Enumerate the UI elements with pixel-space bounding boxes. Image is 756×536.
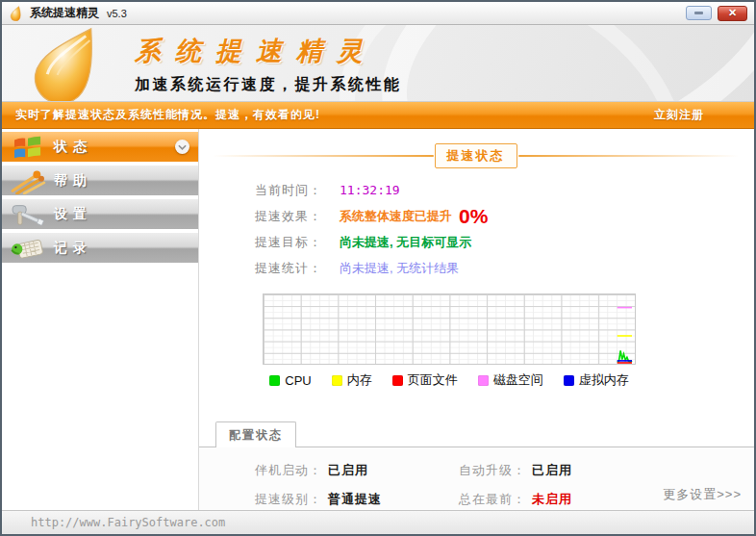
header-line-left xyxy=(213,155,434,157)
speedup-effect-label: 提速效果： xyxy=(255,208,340,225)
app-slogan: 加速系统运行速度，提升系统性能 xyxy=(135,75,402,95)
legend-swatch xyxy=(332,375,342,386)
tools-icon xyxy=(2,201,54,228)
status-info: 当前时间： 11:32:19 提速效果： 系统整体速度已提升 0% 提速目标： … xyxy=(255,177,754,281)
notice-message: 实时了解提速状态及系统性能情况。提速，有效看的见! xyxy=(15,107,320,123)
sidebar-item-settings[interactable]: 设置 xyxy=(2,199,198,229)
window-version: v5.3 xyxy=(107,8,127,19)
legend-label: CPU xyxy=(285,373,311,388)
current-time-value: 11:32:19 xyxy=(340,183,400,197)
startup-label: 伴机启动： xyxy=(255,462,322,479)
speedup-percent-value: 0% xyxy=(459,205,488,228)
config-tabs-row: 配置状态 xyxy=(199,421,754,447)
sidebar-item-label: 状态 xyxy=(54,139,92,156)
auto-upgrade-setting: 自动升级： 已启用 xyxy=(459,462,754,479)
current-time-row: 当前时间： 11:32:19 xyxy=(255,177,754,203)
speedup-target-label: 提速目标： xyxy=(255,234,340,251)
close-button[interactable]: ✕ xyxy=(718,6,747,21)
chevron-down-icon[interactable] xyxy=(175,140,189,154)
close-icon: ✕ xyxy=(728,7,737,19)
records-icon xyxy=(2,235,54,262)
speedup-level-label: 提速级别： xyxy=(255,491,322,508)
legend-label: 内存 xyxy=(347,371,372,389)
legend-item: 内存 xyxy=(332,371,372,389)
windows-flag-icon xyxy=(2,134,54,161)
always-on-top-value: 未启用 xyxy=(532,491,572,508)
startup-setting: 伴机启动： 已启用 xyxy=(255,462,459,479)
speedup-target-row: 提速目标： 尚未提速, 无目标可显示 xyxy=(255,229,754,255)
always-on-top-label: 总在最前： xyxy=(459,491,526,508)
legend-swatch xyxy=(478,375,489,386)
speedup-effect-row: 提速效果： 系统整体速度已提升 0% xyxy=(255,203,754,229)
sidebar-item-records[interactable]: 记录 xyxy=(2,233,198,263)
current-time-label: 当前时间： xyxy=(255,182,340,199)
legend-label: 虚拟内存 xyxy=(579,371,629,389)
more-settings-link[interactable]: 更多设置>>> xyxy=(663,486,742,503)
window-title: 系统提速精灵 xyxy=(30,5,99,21)
speedup-level-setting: 提速级别： 普通提速 xyxy=(255,491,459,508)
notice-bar: 实时了解提速状态及系统性能情况。提速，有效看的见! 立刻注册 xyxy=(2,102,754,129)
speedup-stats-row: 提速统计： 尚未提速, 无统计结果 xyxy=(255,255,754,281)
performance-chart xyxy=(263,294,636,365)
sidebar-item-label: 设置 xyxy=(54,206,92,223)
title-bar: 系统提速精灵 v5.3 ✕ xyxy=(2,2,754,25)
status-bar: http://www.FairySoftware.com xyxy=(2,510,754,534)
legend-label: 页面文件 xyxy=(408,371,458,389)
minimize-icon xyxy=(694,12,703,14)
website-url: http://www.FairySoftware.com xyxy=(31,516,225,529)
speedup-stats-label: 提速统计： xyxy=(255,260,340,277)
legend-item: 页面文件 xyxy=(392,371,458,389)
legend-item: CPU xyxy=(269,371,311,389)
header-line-right xyxy=(518,155,740,157)
speedup-stats-value: 尚未提速, 无统计结果 xyxy=(340,260,459,277)
config-area: 伴机启动： 已启用 自动升级： 已启用 提速级别： 普通提速 总在最前： 未启用 xyxy=(199,447,754,510)
sidebar-item-label: 帮助 xyxy=(54,172,92,190)
app-logo-flame-drop xyxy=(17,25,123,102)
sidebar-item-help[interactable]: 帮助 xyxy=(2,166,198,195)
speedup-effect-text: 系统整体速度已提升 xyxy=(340,208,452,225)
main-panel: 提速状态 当前时间： 11:32:19 提速效果： 系统整体速度已提升 0% 提… xyxy=(199,129,754,510)
header-banner: 系统提速精灵 加速系统运行速度，提升系统性能 xyxy=(2,25,754,102)
speed-streaks-icon xyxy=(2,167,54,194)
sidebar-item-label: 记录 xyxy=(54,240,92,257)
auto-upgrade-value: 已启用 xyxy=(532,462,572,479)
register-link[interactable]: 立刻注册 xyxy=(654,107,704,123)
speedup-target-value: 尚未提速, 无目标可显示 xyxy=(340,234,471,251)
sidebar: 状态 帮助 xyxy=(2,129,199,510)
legend-swatch xyxy=(392,375,403,386)
app-window: 系统提速精灵 v5.3 ✕ 系统提速精灵 加速系统运行速度，提升系统性能 实时了… xyxy=(0,0,756,536)
sidebar-item-status[interactable]: 状态 xyxy=(2,132,198,162)
auto-upgrade-label: 自动升级： xyxy=(459,462,526,479)
app-icon xyxy=(9,6,24,21)
speedup-level-value: 普通提速 xyxy=(328,491,382,508)
legend-item: 磁盘空间 xyxy=(478,371,543,389)
section-header: 提速状态 xyxy=(213,143,739,168)
legend-label: 磁盘空间 xyxy=(493,371,543,389)
chart-legend: CPU内存页面文件磁盘空间虚拟内存 xyxy=(263,371,636,389)
app-name: 系统提速精灵 xyxy=(135,34,402,68)
startup-value: 已启用 xyxy=(328,462,368,479)
legend-swatch xyxy=(564,375,574,386)
tab-config-status[interactable]: 配置状态 xyxy=(215,421,296,447)
legend-swatch xyxy=(269,375,280,386)
minimize-button[interactable] xyxy=(686,6,712,20)
section-title: 提速状态 xyxy=(435,143,517,168)
legend-item: 虚拟内存 xyxy=(564,371,629,389)
